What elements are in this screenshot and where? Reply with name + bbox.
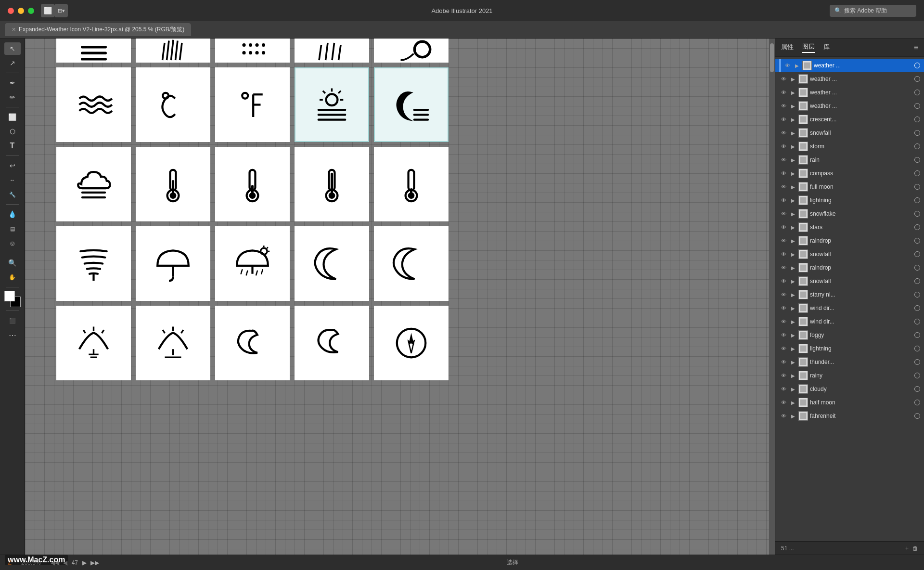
maximize-button[interactable] bbox=[28, 8, 34, 14]
close-button[interactable] bbox=[8, 8, 14, 14]
panel-menu-icon[interactable]: ≡ bbox=[914, 43, 918, 52]
layer-target-circle[interactable] bbox=[914, 292, 920, 298]
document-tab[interactable]: ✕ Expanded-Weather Icon V2-Line-32px.ai … bbox=[5, 23, 191, 36]
canvas-scrollbar[interactable] bbox=[769, 39, 775, 555]
layer-item[interactable]: 👁▶wind dir... bbox=[775, 315, 924, 328]
direct-select-tool[interactable]: ↗ bbox=[4, 57, 21, 69]
layer-item[interactable]: 👁▶weather ... bbox=[775, 99, 924, 113]
select-tool[interactable]: ↖ bbox=[4, 42, 21, 55]
layer-item[interactable]: 👁▶lightning bbox=[775, 342, 924, 355]
workspace-icon[interactable]: ⬜ bbox=[41, 4, 54, 17]
layer-item[interactable]: 👁▶weather ... bbox=[775, 59, 924, 72]
layer-visibility-icon[interactable]: 👁 bbox=[779, 290, 788, 299]
layer-expand-icon[interactable]: ▶ bbox=[790, 413, 796, 419]
layer-item[interactable]: 👁▶snowfall bbox=[775, 247, 924, 261]
minimize-button[interactable] bbox=[18, 8, 24, 14]
layer-item[interactable]: 👁▶cloudy bbox=[775, 382, 924, 396]
layer-visibility-icon[interactable]: 👁 bbox=[779, 196, 788, 205]
layer-visibility-icon[interactable]: 👁 bbox=[779, 155, 788, 164]
layer-visibility-icon[interactable]: 👁 bbox=[779, 75, 788, 83]
rotate-tool[interactable]: ↩ bbox=[4, 159, 21, 172]
layer-target-circle[interactable] bbox=[914, 170, 920, 176]
layout-icon[interactable]: ⊞▾ bbox=[54, 4, 68, 17]
layer-target-circle[interactable] bbox=[914, 305, 920, 311]
tab-close-icon[interactable]: ✕ bbox=[12, 26, 16, 33]
tab-properties[interactable]: 属性 bbox=[781, 43, 794, 52]
layer-expand-icon[interactable]: ▶ bbox=[790, 183, 796, 190]
layer-expand-icon[interactable]: ▶ bbox=[790, 130, 796, 136]
layer-target-circle[interactable] bbox=[914, 278, 920, 284]
layer-expand-icon[interactable]: ▶ bbox=[790, 305, 796, 311]
shape-tool[interactable]: ⬡ bbox=[4, 125, 21, 138]
layer-visibility-icon[interactable]: 👁 bbox=[779, 182, 788, 191]
layer-target-circle[interactable] bbox=[914, 103, 920, 109]
layer-expand-icon[interactable]: ▶ bbox=[790, 89, 796, 96]
layer-expand-icon[interactable]: ▶ bbox=[790, 291, 796, 298]
layer-target-circle[interactable] bbox=[914, 332, 920, 338]
layer-visibility-icon[interactable]: 👁 bbox=[779, 317, 788, 326]
layer-expand-icon[interactable]: ▶ bbox=[790, 224, 796, 231]
layer-expand-icon[interactable]: ▶ bbox=[790, 170, 796, 177]
layer-target-circle[interactable] bbox=[914, 373, 920, 378]
layer-visibility-icon[interactable]: 👁 bbox=[779, 88, 788, 97]
layer-expand-icon[interactable]: ▶ bbox=[790, 116, 796, 123]
layer-expand-icon[interactable]: ▶ bbox=[790, 345, 796, 352]
layer-target-circle[interactable] bbox=[914, 359, 920, 365]
layer-target-circle[interactable] bbox=[914, 157, 920, 163]
layer-target-circle[interactable] bbox=[914, 143, 920, 149]
layer-target-circle[interactable] bbox=[914, 319, 920, 324]
hand-tool[interactable]: ✋ bbox=[4, 271, 21, 284]
layer-item[interactable]: 👁▶starry ni... bbox=[775, 288, 924, 301]
layer-target-circle[interactable] bbox=[914, 400, 920, 405]
layer-expand-icon[interactable]: ▶ bbox=[790, 103, 796, 109]
scale-tool[interactable]: ↔ bbox=[4, 174, 21, 186]
next-artboard[interactable]: ▶▶ bbox=[90, 558, 99, 567]
layer-visibility-icon[interactable]: 👁 bbox=[779, 277, 788, 285]
layer-expand-icon[interactable]: ▶ bbox=[790, 156, 796, 163]
layer-item[interactable]: 👁▶wind dir... bbox=[775, 301, 924, 315]
layer-item[interactable]: 👁▶raindrop bbox=[775, 261, 924, 274]
type-tool[interactable]: T bbox=[4, 140, 21, 152]
layer-target-circle[interactable] bbox=[914, 224, 920, 230]
layer-expand-icon[interactable]: ▶ bbox=[790, 399, 796, 406]
layer-item[interactable]: 👁▶full moon bbox=[775, 180, 924, 194]
layer-target-circle[interactable] bbox=[914, 76, 920, 82]
layer-expand-icon[interactable]: ▶ bbox=[790, 359, 796, 365]
layer-expand-icon[interactable]: ▶ bbox=[790, 210, 796, 217]
layer-visibility-icon[interactable]: 👁 bbox=[779, 169, 788, 178]
layer-expand-icon[interactable]: ▶ bbox=[790, 251, 796, 258]
layer-target-circle[interactable] bbox=[914, 413, 920, 419]
canvas-scrollbar-thumb[interactable] bbox=[770, 43, 774, 72]
rectangle-tool[interactable]: ⬜ bbox=[4, 111, 21, 123]
layer-visibility-icon[interactable]: 👁 bbox=[779, 344, 788, 353]
layer-expand-icon[interactable]: ▶ bbox=[790, 76, 796, 82]
traffic-lights[interactable] bbox=[0, 8, 34, 14]
layer-item[interactable]: 👁▶fahrenheit bbox=[775, 409, 924, 423]
layer-visibility-icon[interactable]: 👁 bbox=[779, 358, 788, 366]
gradient-tool[interactable]: ▤ bbox=[4, 222, 21, 235]
layer-visibility-icon[interactable]: 👁 bbox=[779, 398, 788, 407]
layer-item[interactable]: 👁▶weather ... bbox=[775, 72, 924, 86]
layer-item[interactable]: 👁▶lightning bbox=[775, 194, 924, 207]
layer-item[interactable]: 👁▶storm bbox=[775, 140, 924, 153]
layer-item[interactable]: 👁▶thunder... bbox=[775, 355, 924, 369]
layer-target-circle[interactable] bbox=[914, 386, 920, 392]
more-tools[interactable]: ⋯ bbox=[4, 329, 21, 341]
layer-visibility-icon[interactable]: 👁 bbox=[779, 115, 788, 124]
next-step[interactable]: ▶ bbox=[80, 558, 89, 567]
layer-target-circle[interactable] bbox=[914, 184, 920, 190]
layer-visibility-icon[interactable]: 👁 bbox=[779, 223, 788, 232]
blend-tool[interactable]: ◎ bbox=[4, 237, 21, 249]
layer-visibility-icon[interactable]: 👁 bbox=[779, 142, 788, 151]
layer-visibility-icon[interactable]: 👁 bbox=[783, 61, 792, 70]
layer-expand-icon[interactable]: ▶ bbox=[790, 264, 796, 271]
layer-target-circle[interactable] bbox=[914, 90, 920, 95]
color-swatches[interactable] bbox=[4, 291, 21, 307]
layer-expand-icon[interactable]: ▶ bbox=[790, 318, 796, 325]
layer-target-circle[interactable] bbox=[914, 63, 920, 68]
layer-item[interactable]: 👁▶snowfall bbox=[775, 274, 924, 288]
layer-visibility-icon[interactable]: 👁 bbox=[779, 250, 788, 259]
layer-target-circle[interactable] bbox=[914, 130, 920, 136]
layer-target-circle[interactable] bbox=[914, 211, 920, 217]
layer-expand-icon[interactable]: ▶ bbox=[790, 237, 796, 244]
